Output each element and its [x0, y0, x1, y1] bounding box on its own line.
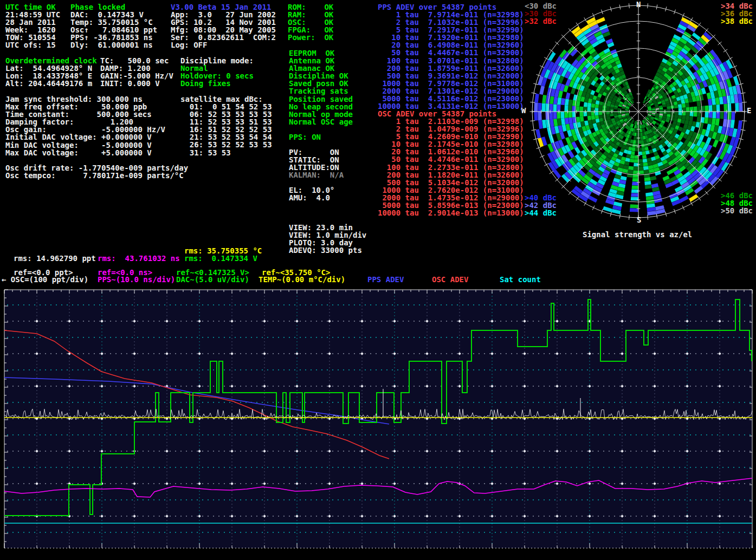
kalman-state: KALMAN: N/A — [289, 171, 344, 179]
discipline-mode-title: Discipline mode: — [180, 57, 254, 64]
discipline-mode-state: Normal Holdover: 0 secs Doing fixes — [180, 64, 254, 87]
osc-scale-label: ← OSC=(100 ppt/div) — [2, 276, 88, 283]
dbc-legend-item: >32 dBc — [525, 17, 557, 25]
version-title: V3.00 Beta 15 Jan 2011 — [171, 3, 271, 11]
osc-adev-table: 1 tau 2.1103e-009 (n=32998) 2 tau 1.0479… — [378, 118, 524, 217]
dbc-legend-item: >44 dBc — [525, 209, 557, 217]
rms-pps-label: rms: 43.761032 ns — [98, 255, 180, 262]
disciplining-settings: Jam sync threshold: 300.000 ns Max freq … — [5, 95, 165, 157]
dbc-legend-item: <30 dBc — [525, 2, 557, 10]
dbc-legend-top-right: >34 dBc >36 dBc >38 dBc — [721, 2, 753, 25]
position-readout: Lat: 54.4964928° N Lon: 18.4337848° E Al… — [5, 64, 92, 87]
trace-legend-osc-adev: OSC ADEV — [432, 276, 468, 283]
rms-osc-label: rms: 14.962790 ppt — [14, 255, 96, 262]
pps-state: PPS: ON — [289, 133, 321, 141]
rms-temp-label: rms: 35.750355 °C — [184, 247, 262, 255]
dbc-legend-item: >50 dBc — [721, 207, 753, 214]
polar-caption: Signal strength vs az/el — [583, 231, 692, 238]
pps-adev-table: 1 tau 7.9714e-011 (n=32998) 2 tau 7.1032… — [378, 11, 524, 110]
receiver-status-list: EEPROM OK Antenna OK Almanac OK Discipli… — [289, 49, 353, 126]
polar-east-label: E — [747, 107, 751, 114]
dbc-legend-item: >36 dBc — [721, 10, 753, 17]
sat-dbc-table: 01: 0 51 54 52 53 06: 52 53 53 53 53 11:… — [180, 103, 272, 157]
rms-dac-label: rms: 0.147334 V — [184, 255, 257, 262]
dbc-legend-item: >40 dBc — [525, 194, 557, 201]
view-settings: VIEW: 23.0 min VIEW: 1.0 min/div PLOTQ: … — [289, 224, 366, 254]
lady-heather-screen: UTC time OK 21:48:59 UTC 28 Jan 2011 Wee… — [0, 0, 756, 560]
dac-scale-label: DAC~(5.0 uV/div) — [176, 276, 249, 283]
fix-mode-flags: PV: ON STATIC: ON ALTITUDE:ON — [289, 148, 339, 171]
pps-scale-label: PPS~(10.0 ns/div) — [98, 276, 175, 283]
dbc-legend-item: >34 dBc — [721, 2, 753, 10]
dbc-legend-item: >38 dBc — [721, 17, 753, 25]
trace-legend-pps-adev: PPS ADEV — [367, 276, 404, 283]
dbc-legend-bottom-right: >46 dBc >48 dBc >50 dBc — [721, 192, 753, 214]
temp-scale-label: TEMP~(0.00 m°C/div) — [259, 276, 345, 283]
firmware-info: App: 3.0 27 Jun 2002 GPS: 10.2 14 Nov 20… — [171, 11, 276, 49]
pps-adev-title: PPS ADEV over 54387 points — [378, 3, 496, 11]
sat-dbc-title: satellite max dBc: — [180, 95, 263, 103]
osc-drift-readout: Osc drift rate: -1.770540e-009 parts/day… — [5, 164, 188, 179]
trace-legend-sat-count: Sat count — [500, 276, 541, 283]
device-status-list: ROM: OK RAM: OK OSC: OK FPGA: OK Power: … — [288, 3, 333, 41]
el-amu-readout: EL: 10.0° AMU: 4.0 — [289, 186, 334, 201]
dbc-legend-item: >42 dBc — [525, 201, 557, 209]
polar-south-label: S — [637, 216, 641, 224]
dbc-legend-item: >48 dBc — [721, 199, 753, 207]
polar-north-label: N — [636, 1, 641, 8]
dbc-legend-item: >46 dBc — [721, 192, 753, 199]
utc-status-title: UTC time OK — [5, 3, 56, 11]
clock-mode-title: Overdetermined clock — [5, 57, 97, 64]
dbc-legend-top-left: <30 dBc >30 dBc >32 dBc — [525, 2, 557, 25]
dbc-legend-item: >30 dBc — [525, 10, 557, 17]
oscillator-readout: DAC: 0.147343 V Temp: 35.750015 °C Osc↑ … — [70, 11, 157, 49]
polar-west-label: W — [521, 107, 526, 114]
phase-status-title: Phase locked — [70, 3, 125, 11]
osc-adev-title: OSC ADEV over 54387 points — [378, 110, 496, 118]
loop-params: TC: 500.0 sec DAMP: 1.200 GAIN:-5.000 Hz… — [100, 57, 173, 87]
time-readout: 21:48:59 UTC 28 Jan 2011 Week: 1620 TOW:… — [5, 11, 60, 49]
dbc-legend-bottom-left: >40 dBc >42 dBc >44 dBc — [525, 194, 557, 217]
